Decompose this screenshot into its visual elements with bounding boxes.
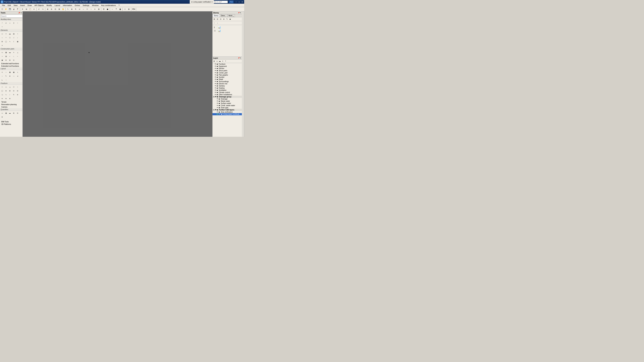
help-button[interactable]: ?·2 — [229, 1, 234, 3]
tool-dim[interactable]: ↔ — [4, 70, 8, 74]
tool-ff8[interactable]: ⊞ — [8, 89, 12, 93]
minimize-button[interactable]: ─ — [235, 1, 238, 3]
menu-modify[interactable]: Modify — [45, 4, 53, 7]
tool-ff1[interactable]: □ — [0, 85, 4, 89]
tool-fill[interactable]: ▩ — [12, 70, 16, 74]
layer-item-structparts[interactable]: 👁◼ Struct.parts — [212, 69, 242, 72]
tool-beam[interactable]: ≡ — [4, 32, 8, 36]
storey-tb-6[interactable]: ▶ — [229, 17, 232, 21]
tool-ff6[interactable]: ◯ — [0, 89, 4, 93]
layer-item-equipment[interactable]: 👁◼ Equipment — [212, 65, 242, 67]
layer-item-combwastewater[interactable]: 👁◼ Comb. waste water — [212, 104, 242, 107]
section-terrain[interactable]: Terrain — [0, 101, 22, 103]
tool-circle-aux[interactable]: ○ — [16, 21, 20, 25]
layer-item-furniture[interactable]: 👁◼ Furniture — [212, 63, 242, 65]
menu-window[interactable]: Window — [91, 4, 100, 7]
tool-stair[interactable]: ▤ — [12, 32, 16, 36]
tool-l9[interactable]: — — [12, 74, 16, 78]
layer-tb-3[interactable]: ▬ — [218, 60, 221, 62]
tb-3d[interactable]: 3D▾ — [132, 7, 136, 11]
tab-dimensions[interactable]: Dime... — [220, 14, 228, 17]
layer-item-electricinst[interactable]: 👁◼ Electric inst — [212, 83, 242, 85]
tool-q4[interactable]: ⊞ — [12, 111, 16, 115]
menu-extras[interactable]: Extras — [74, 4, 81, 7]
tool-cp-door[interactable]: ⌐ — [8, 54, 12, 58]
tool-parallel-aux[interactable]: ∥ — [12, 21, 16, 25]
tab-work[interactable]: Work _ — [228, 14, 235, 17]
layer-item-heating[interactable]: 👁◼ Heating — [212, 87, 242, 89]
tb-select[interactable]: ↖ — [66, 7, 70, 11]
storey-pin-btn[interactable]: 📌 — [238, 12, 240, 13]
tool-cp-slab[interactable]: ▬ — [8, 51, 12, 54]
tool-ff15[interactable]: ⊛ — [16, 93, 20, 96]
section-ext-roof[interactable]: Extended roof functions — [0, 65, 22, 67]
tool-ff17[interactable]: ⊛ — [4, 97, 8, 100]
section-ext-wall[interactable]: Extended wall functions — [0, 62, 22, 65]
layer-tb-2[interactable]: ▭ — [216, 60, 218, 62]
menu-keycombinations[interactable]: Key combinations — [100, 4, 117, 7]
tool-ff18[interactable]: ⊗ — [8, 97, 12, 100]
layer-item-drainpipe[interactable]: 👁◼ Drain pipe — [212, 107, 242, 109]
tool-cp-stair[interactable]: ▤ — [4, 54, 8, 58]
tool-note[interactable]: ✎ — [4, 74, 8, 78]
menu-insert[interactable]: Insert — [19, 4, 26, 7]
tool-column[interactable]: ▪ — [16, 32, 20, 36]
tb-open[interactable]: 📂 — [4, 7, 8, 11]
properties-side-tab[interactable]: Properties — [242, 11, 244, 137]
bim-tools-label[interactable]: BIM Tools — [0, 120, 22, 123]
tool-ff13[interactable]: ⌐ — [8, 93, 12, 96]
tool-ellipse[interactable]: ◯ — [4, 40, 8, 43]
tools-pin-button[interactable]: 📌 — [18, 12, 20, 14]
tool-ff4[interactable]: ⬡ — [12, 85, 16, 89]
tb-print[interactable]: 🖨 — [12, 7, 16, 11]
tool-slab[interactable]: ▬ — [8, 32, 12, 36]
tool-cp-7[interactable]: ∟ — [12, 54, 16, 58]
tool-ff14[interactable]: ↻ — [12, 93, 16, 96]
close-button[interactable]: ✕ — [241, 1, 244, 3]
storey-tb-8[interactable]: ↓ — [216, 21, 219, 24]
menu-draw[interactable]: Draw — [26, 4, 33, 7]
tool-polyline[interactable]: ⤹ — [12, 40, 16, 43]
tool-text-layout[interactable]: A — [0, 70, 4, 74]
tb-mirror[interactable]: ⇔ — [78, 7, 81, 11]
tool-elevation[interactable]: ↕ — [0, 74, 4, 78]
tool-ff11[interactable]: ◻ — [0, 93, 4, 96]
tool-window[interactable]: ⊞ — [0, 40, 4, 43]
tool-ff9[interactable]: ⊡ — [12, 89, 16, 93]
tool-text-elem[interactable]: A — [0, 43, 4, 47]
tb-scale[interactable]: ↔ — [82, 7, 85, 11]
maximize-button[interactable]: □ — [238, 1, 240, 3]
tool-l10[interactable]: ⌀ — [16, 74, 20, 78]
tool-l12[interactable]: → — [4, 78, 8, 82]
tool-hatch[interactable]: ▦ — [16, 40, 20, 43]
tool-wall[interactable]: ▭ — [0, 32, 4, 36]
tb-paste[interactable]: 📋 — [28, 7, 32, 11]
tb-grid[interactable]: ⊞ — [127, 7, 131, 11]
layer-item-constrpart[interactable]: 👁◼ Constr_part — [212, 72, 242, 74]
tool-cp-10[interactable]: ⊟ — [4, 58, 8, 62]
layer-tb-4[interactable]: ≡ — [221, 60, 224, 62]
tool-point-aux[interactable]: + — [0, 25, 4, 29]
tb-save[interactable]: 💾 — [8, 7, 12, 11]
layer-item-surfacewater[interactable]: 👁◼ Surface water — [212, 102, 242, 104]
layer-tb-5[interactable]: ? — [224, 60, 227, 62]
layer-group-drainage[interactable]: ▼ 👁 ◼ Drainage group — [212, 96, 242, 98]
tb-rotate[interactable]: ↻ — [74, 7, 78, 11]
tool-q2[interactable]: ▦ — [4, 111, 8, 115]
tb-undo[interactable]: ↩ — [37, 7, 41, 11]
3d-platforms-label[interactable]: 3D Platforms — [0, 123, 22, 125]
tb-color[interactable]: ◼ — [106, 7, 109, 11]
tool-circle-elem[interactable]: ○ — [0, 36, 4, 39]
layer-item-areaveri[interactable]: 👁◼ Area verification — [212, 111, 242, 113]
layer-item-plangraphic[interactable]: 👁◼ Plan graphic — [212, 74, 242, 76]
tb-offset2[interactable]: ≡ — [93, 7, 97, 11]
tool-q3[interactable]: ▬ — [8, 111, 12, 115]
tb-zoom-window[interactable]: ⊞ — [57, 7, 61, 11]
tool-ff16[interactable]: ≋ — [0, 97, 4, 100]
tool-q6[interactable]: ⊕ — [0, 115, 4, 119]
section-camera[interactable]: Camera — [0, 106, 22, 108]
tool-ff12[interactable]: ∿ — [4, 93, 8, 96]
layer-close-btn[interactable]: ✕ — [240, 57, 241, 59]
tb-new[interactable]: ☐ — [0, 7, 4, 11]
tb-dimension[interactable]: ↔ — [110, 7, 114, 11]
